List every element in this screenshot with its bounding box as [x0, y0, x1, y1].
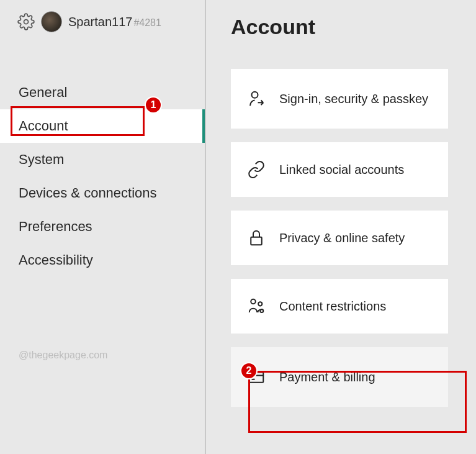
settings-sidebar: Spartan117#4281 General Account System D… [0, 0, 206, 454]
svg-point-0 [24, 20, 29, 24]
card-signin-security[interactable]: Sign-in, security & passkey [231, 69, 448, 129]
link-icon [247, 160, 266, 179]
card-content-restrictions[interactable]: Content restrictions [231, 279, 448, 334]
card-label: Privacy & online safety [279, 230, 417, 246]
profile-row: Spartan117#4281 [0, 11, 205, 32]
lock-icon [247, 229, 266, 247]
card-icon [247, 368, 266, 386]
card-linked-accounts[interactable]: Linked social accounts [231, 142, 448, 197]
username: Spartan117 [68, 15, 132, 29]
nav-label: Accessibility [19, 252, 93, 268]
family-icon [247, 297, 266, 316]
nav-item-account[interactable]: Account [0, 109, 205, 143]
svg-rect-2 [251, 237, 262, 245]
watermark: @thegeekpage.com [19, 350, 107, 361]
nav-item-accessibility[interactable]: Accessibility [0, 243, 205, 277]
card-payment-billing[interactable]: Payment & billing [231, 347, 448, 407]
svg-point-3 [251, 299, 256, 304]
nav-label: System [19, 152, 64, 167]
nav-label: General [19, 84, 67, 100]
svg-point-4 [258, 302, 262, 306]
svg-point-1 [252, 92, 258, 98]
account-cards: Sign-in, security & passkey Linked socia… [231, 69, 467, 407]
card-label: Linked social accounts [279, 161, 416, 178]
svg-rect-6 [249, 373, 264, 383]
nav-item-devices[interactable]: Devices & connections [0, 176, 205, 210]
card-label: Payment & billing [279, 369, 388, 385]
avatar [41, 11, 62, 32]
nav-item-system[interactable]: System [0, 143, 205, 176]
card-label: Content restrictions [279, 298, 398, 314]
nav-label: Account [19, 118, 68, 134]
card-label: Sign-in, security & passkey [279, 91, 441, 107]
settings-nav: General Account System Devices & connect… [0, 76, 205, 277]
nav-item-general[interactable]: General [0, 76, 205, 109]
card-privacy[interactable]: Privacy & online safety [231, 211, 448, 265]
page-title: Account [231, 15, 467, 39]
person-arrow-icon [247, 89, 266, 108]
user-tag: #4281 [133, 17, 161, 28]
nav-label: Preferences [19, 219, 92, 234]
main-content: Account Sign-in, security & passkey Link… [206, 0, 476, 454]
nav-label: Devices & connections [19, 185, 157, 201]
gear-icon [17, 13, 35, 30]
nav-item-preferences[interactable]: Preferences [0, 210, 205, 243]
